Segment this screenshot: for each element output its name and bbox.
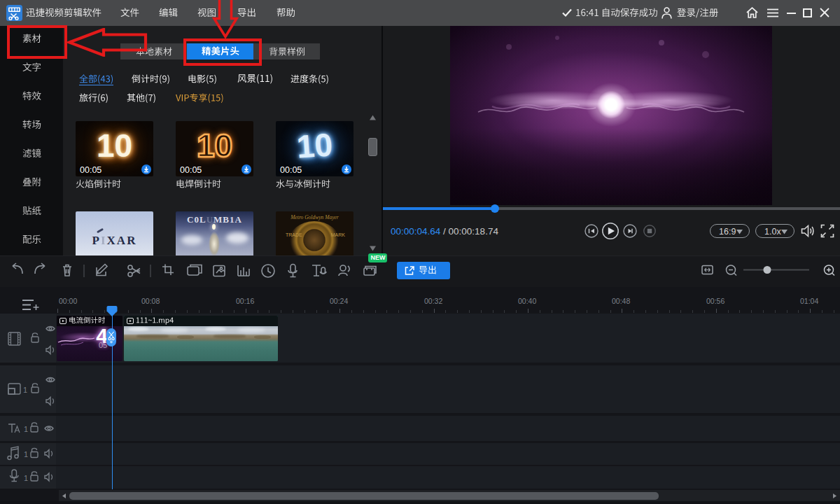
- svg-text:1: 1: [24, 450, 28, 458]
- svg-text:1: 1: [24, 425, 28, 433]
- svg-text:1: 1: [24, 474, 28, 482]
- svg-text:1: 1: [23, 386, 27, 394]
